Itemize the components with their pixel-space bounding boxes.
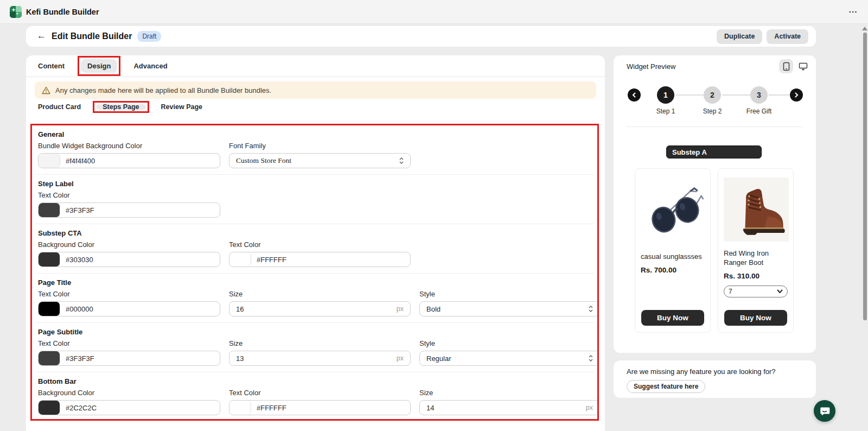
- step-prev-arrow-icon[interactable]: [628, 88, 641, 102]
- field-page-title-style: Style Bold: [419, 290, 599, 316]
- field-label: Size: [229, 290, 411, 298]
- color-input[interactable]: #3F3F3F: [38, 351, 220, 366]
- select-stepper-icon: [588, 305, 593, 313]
- color-input[interactable]: #2C2C2C: [38, 400, 220, 415]
- field-bottom-bar-size: Size 14 px: [419, 389, 599, 415]
- field-label: Background Color: [38, 240, 220, 249]
- color-swatch[interactable]: [39, 252, 60, 267]
- style-select[interactable]: Regular: [419, 351, 599, 366]
- step-connector: [722, 94, 750, 96]
- tab-design[interactable]: Design: [81, 59, 117, 73]
- step-next-arrow-icon[interactable]: [790, 88, 803, 102]
- size-input[interactable]: 13 px: [229, 351, 411, 366]
- boot-image: [724, 178, 789, 242]
- color-input[interactable]: #FFFFFF: [229, 252, 411, 267]
- color-hex-value: #f4f4f400: [66, 157, 95, 165]
- field-step-label-text-color: Text Color #3F3F3F: [38, 191, 220, 218]
- product-name: casual sunglassses: [641, 252, 705, 262]
- color-swatch[interactable]: [229, 401, 251, 415]
- widget-preview-card: Widget Preview 1 2 3 Step 1 Step 2 Free …: [614, 55, 816, 353]
- field-font-family: Font Family Custom Store Font: [229, 142, 411, 168]
- step-2-circle[interactable]: 2: [704, 86, 721, 104]
- field-label: Bundle Widget Background Color: [38, 142, 220, 150]
- color-swatch[interactable]: [39, 154, 60, 168]
- warning-banner: Any changes made here will be applied to…: [35, 81, 596, 99]
- chat-bubble-icon[interactable]: [814, 400, 835, 422]
- suggest-feature-button[interactable]: Suggest feature here: [627, 380, 705, 393]
- step-1-circle[interactable]: 1: [657, 86, 674, 104]
- select-stepper-icon: [588, 354, 593, 362]
- section-page-title: Page Title Text Color #000000 Size 16 px: [35, 274, 594, 323]
- warning-banner-text: Any changes made here will be applied to…: [55, 86, 271, 94]
- chevron-down-icon: [777, 289, 783, 294]
- tabs-row: Content Design Advanced: [26, 55, 605, 77]
- scrollbar-up-arrow[interactable]: [862, 27, 867, 30]
- settings-card: Content Design Advanced Any changes made…: [26, 55, 605, 431]
- steps-page-highlight: Steps Page: [93, 101, 149, 113]
- warning-icon: [42, 86, 50, 94]
- size-input[interactable]: 16 px: [229, 301, 411, 316]
- color-input[interactable]: #f4f4f400: [38, 153, 220, 168]
- buy-now-button[interactable]: Buy Now: [724, 310, 787, 326]
- page-title: Edit Bundle Builder: [52, 31, 132, 41]
- page-header: ← Edit Bundle Builder Draft Duplicate Ac…: [26, 26, 816, 47]
- section-title: Page Title: [38, 278, 591, 287]
- px-suffix: px: [397, 305, 404, 313]
- color-hex-value: #3F3F3F: [66, 206, 94, 214]
- back-icon[interactable]: ←: [31, 30, 52, 42]
- section-title: Bottom Bar: [38, 377, 591, 385]
- duplicate-button[interactable]: Duplicate: [717, 29, 762, 44]
- activate-button[interactable]: Activate: [767, 29, 808, 44]
- field-substep-cta-text-color: Text Color #FFFFFF: [229, 240, 411, 267]
- color-swatch[interactable]: [39, 203, 60, 217]
- color-swatch[interactable]: [39, 351, 60, 365]
- field-page-title-text-color: Text Color #000000: [38, 290, 220, 316]
- sunglasses-image: [641, 174, 706, 245]
- color-input[interactable]: #000000: [38, 301, 220, 316]
- field-substep-cta-background-color: Background Color #303030: [38, 240, 220, 267]
- mobile-preview-icon[interactable]: [779, 59, 793, 73]
- field-page-subtitle-style: Style Regular: [419, 339, 599, 366]
- field-label: Style: [419, 339, 599, 347]
- step-3-circle[interactable]: 3: [750, 86, 768, 104]
- field-label: Size: [229, 339, 411, 347]
- feature-question: Are we missing any feature you are looki…: [627, 367, 803, 376]
- size-value: 16: [236, 305, 397, 313]
- tab-content[interactable]: Content: [38, 62, 65, 70]
- subtab-steps-page[interactable]: Steps Page: [96, 104, 145, 110]
- color-swatch[interactable]: [229, 252, 251, 267]
- size-input[interactable]: 14 px: [419, 400, 599, 415]
- step-connector: [769, 94, 789, 96]
- buy-now-button[interactable]: Buy Now: [641, 310, 704, 326]
- substep-a-button[interactable]: Substep A: [666, 145, 762, 159]
- variant-select[interactable]: 7: [724, 286, 788, 297]
- field-page-title-size: Size 16 px: [229, 290, 411, 316]
- product-card-sunglasses: casual sunglassses Rs. 700.00 Buy Now: [635, 168, 711, 333]
- field-page-subtitle-text-color: Text Color #3F3F3F: [38, 339, 220, 366]
- color-hex-value: #3F3F3F: [66, 354, 94, 363]
- color-swatch[interactable]: [39, 302, 60, 316]
- field-label: Font Family: [229, 142, 411, 150]
- overflow-menu-icon[interactable]: ⋯: [848, 9, 858, 15]
- color-swatch[interactable]: [39, 401, 60, 415]
- size-value: 14: [426, 404, 586, 412]
- size-value: 13: [236, 354, 397, 363]
- color-input[interactable]: #3F3F3F: [38, 202, 220, 218]
- field-label: Text Color: [229, 240, 411, 249]
- select-stepper-icon: [399, 157, 404, 164]
- subtab-product-card[interactable]: Product Card: [38, 103, 81, 111]
- style-select[interactable]: Bold: [419, 301, 599, 316]
- desktop-preview-icon[interactable]: [796, 59, 810, 73]
- topbar: Kefi Bundle Builder ⋯: [0, 0, 868, 24]
- color-input[interactable]: #FFFFFF: [229, 400, 411, 415]
- subtab-review-page[interactable]: Review Page: [161, 103, 202, 111]
- color-input[interactable]: #303030: [38, 252, 220, 267]
- section-general: General Bundle Widget Background Color #…: [35, 125, 594, 175]
- field-bundle-widget-background-color: Bundle Widget Background Color #f4f4f400: [38, 142, 220, 168]
- select-value: Regular: [426, 354, 588, 363]
- field-label: Background Color: [38, 389, 220, 397]
- font-family-select[interactable]: Custom Store Font: [229, 153, 411, 168]
- tab-advanced[interactable]: Advanced: [133, 62, 167, 70]
- section-title: Page Subtitle: [38, 328, 591, 336]
- scrollbar-thumb[interactable]: [863, 33, 867, 320]
